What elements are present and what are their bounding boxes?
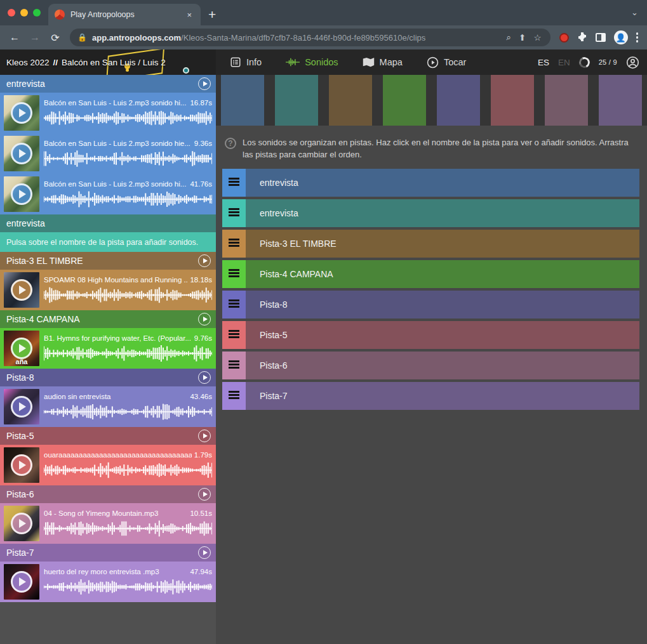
drag-handle[interactable] <box>222 321 246 349</box>
track-header-2[interactable]: entrevista <box>0 214 216 232</box>
track-play-button[interactable] <box>198 371 211 384</box>
track-row-6[interactable]: Pista-5 <box>222 321 639 349</box>
account-icon[interactable] <box>626 56 639 69</box>
clip-play-icon[interactable] <box>11 454 32 476</box>
clip-item[interactable]: ouaraaaaaaaaaaaaaaaaaaaaaaaaaaaaaaaaaaaa… <box>0 445 216 485</box>
clip-thumbnail[interactable] <box>4 389 39 424</box>
track-play-button[interactable] <box>198 254 211 267</box>
clip-item[interactable]: audion sin entrevista43.46s <box>0 386 216 427</box>
drag-handle[interactable] <box>222 260 246 288</box>
extensions-puzzle-icon[interactable] <box>577 32 587 44</box>
track-header-7[interactable]: Pista-6 <box>0 485 216 503</box>
track-name: Pista-5 <box>6 431 198 441</box>
clip-item[interactable]: 04 - Song of Yimeng Mountain.mp310.51s <box>0 503 216 544</box>
track-row-label-area[interactable]: entrevista <box>246 199 639 227</box>
clip-thumbnail[interactable] <box>4 272 39 308</box>
clip-item[interactable]: SPOAMR 08 High Mountains and Running ...… <box>0 270 216 310</box>
profile-avatar[interactable]: 👤 <box>614 30 628 44</box>
clip-thumbnail[interactable] <box>4 176 39 212</box>
nav-item-tocar[interactable]: Tocar <box>427 56 466 69</box>
lang-es-button[interactable]: ES <box>538 58 549 67</box>
zoom-window-button[interactable] <box>33 9 41 16</box>
minimize-window-button[interactable] <box>20 9 28 16</box>
clip-play-icon[interactable] <box>11 279 32 301</box>
clip-item[interactable]: añaB1. Hymns for purifying water, Etc. (… <box>0 328 216 369</box>
close-tab-icon[interactable]: × <box>184 9 194 21</box>
nav-item-info[interactable]: Info <box>230 56 262 68</box>
help-question-icon: ? <box>225 138 236 149</box>
lang-en-button[interactable]: EN <box>558 58 570 67</box>
track-row-1[interactable]: entrevista <box>222 169 639 197</box>
track-play-button[interactable] <box>198 546 211 559</box>
breadcrumb-project[interactable]: Kleos 2022 <box>6 58 50 67</box>
clip-thumbnail[interactable]: aña <box>4 331 39 366</box>
track-row-7[interactable]: Pista-6 <box>222 352 639 379</box>
track-header-6[interactable]: Pista-5 <box>0 427 216 445</box>
track-row-label-area[interactable]: Pista-4 CAMPANA <box>246 260 639 288</box>
track-row-label-area[interactable]: Pista-3 EL TIMBRE <box>246 230 639 258</box>
track-row-5[interactable]: Pista-8 <box>222 291 639 319</box>
nav-item-sonidos[interactable]: Sonidos <box>286 57 338 67</box>
track-row-label-area[interactable]: entrevista <box>246 169 639 197</box>
recording-extension-icon[interactable] <box>559 33 569 43</box>
reload-button[interactable]: ⟳ <box>47 29 63 46</box>
clip-play-icon[interactable] <box>11 102 32 124</box>
clip-thumbnail[interactable] <box>4 564 39 600</box>
clip-play-icon[interactable] <box>11 338 32 359</box>
drag-handle[interactable] <box>222 230 246 258</box>
new-tab-button[interactable]: + <box>208 7 216 22</box>
clip-thumbnail[interactable] <box>4 506 39 541</box>
zoom-page-icon[interactable]: ⌕ <box>505 32 513 43</box>
ssl-lock-icon[interactable]: 🔒 <box>77 33 87 42</box>
track-row-label-area[interactable]: Pista-7 <box>246 382 639 410</box>
track-row-label-area[interactable]: Pista-6 <box>246 352 639 379</box>
clip-item[interactable]: Balcón en San Luis - Luis 2.mp3 sonido h… <box>0 174 216 214</box>
tab-search-chevron-icon[interactable]: ⌄ <box>631 8 638 17</box>
close-window-button[interactable] <box>8 9 15 16</box>
back-button[interactable]: ← <box>6 29 23 46</box>
track-header-3[interactable]: Pista-3 EL TIMBRE <box>0 252 216 270</box>
clip-thumbnail[interactable] <box>4 136 39 171</box>
clip-play-icon[interactable] <box>11 513 32 534</box>
clip-play-icon[interactable] <box>11 396 32 417</box>
nav-item-mapa[interactable]: Mapa <box>363 57 403 67</box>
clip-play-icon[interactable] <box>11 571 32 593</box>
url-text[interactable]: app.antropoloops.com/Kleos-Santa-Marina/… <box>92 33 500 43</box>
track-row-4[interactable]: Pista-4 CAMPANA <box>222 260 639 288</box>
breadcrumb[interactable]: Kleos 2022//Balcón en San Luis / Luis 2 <box>0 49 216 75</box>
side-panel-icon[interactable] <box>596 33 606 42</box>
clip-item[interactable]: Balcón en San Luis - Luis 2.mp3 sonido h… <box>0 133 216 174</box>
clip-item[interactable]: Balcón en San Luis - Luis 2.mp3 sonido h… <box>0 93 216 133</box>
drag-handle[interactable] <box>222 169 246 197</box>
clip-thumbnail[interactable] <box>4 447 39 483</box>
track-play-button[interactable] <box>198 313 211 325</box>
track-header-8[interactable]: Pista-7 <box>0 544 216 562</box>
drag-handle[interactable] <box>222 382 246 410</box>
track-play-button[interactable] <box>198 488 211 501</box>
track-row-8[interactable]: Pista-7 <box>222 382 639 410</box>
forward-button[interactable]: → <box>27 29 43 46</box>
clip-play-icon[interactable] <box>11 143 32 164</box>
track-play-button[interactable] <box>198 430 211 442</box>
drag-handle[interactable] <box>222 352 246 379</box>
clip-item[interactable]: huerto del rey moro entrevista .mp347.94… <box>0 562 216 602</box>
drag-handle[interactable] <box>222 199 246 227</box>
drag-handle[interactable] <box>222 291 246 319</box>
clip-play-icon[interactable] <box>11 183 32 205</box>
track-header-4[interactable]: Pista-4 CAMPANA <box>0 310 216 328</box>
url-bar[interactable]: 🔒 app.antropoloops.com/Kleos-Santa-Marin… <box>70 29 550 46</box>
track-row-label-area[interactable]: Pista-8 <box>246 291 639 319</box>
browser-tab[interactable]: Play Antropoloops × <box>48 4 201 25</box>
track-play-button[interactable] <box>198 77 211 90</box>
track-row-label: Pista-4 CAMPANA <box>260 269 333 279</box>
track-header-5[interactable]: Pista-8 <box>0 369 216 386</box>
browser-menu-icon[interactable] <box>636 32 639 43</box>
track-row-2[interactable]: entrevista <box>222 199 639 227</box>
bookmark-star-icon[interactable]: ☆ <box>532 32 542 43</box>
app-header: Kleos 2022//Balcón en San Luis / Luis 2 … <box>0 49 647 75</box>
track-row-label-area[interactable]: Pista-5 <box>246 321 639 349</box>
share-icon[interactable]: ⬆ <box>517 32 527 43</box>
clip-thumbnail[interactable] <box>4 95 39 131</box>
track-header-1[interactable]: entrevista <box>0 75 216 93</box>
track-row-3[interactable]: Pista-3 EL TIMBRE <box>222 230 639 258</box>
